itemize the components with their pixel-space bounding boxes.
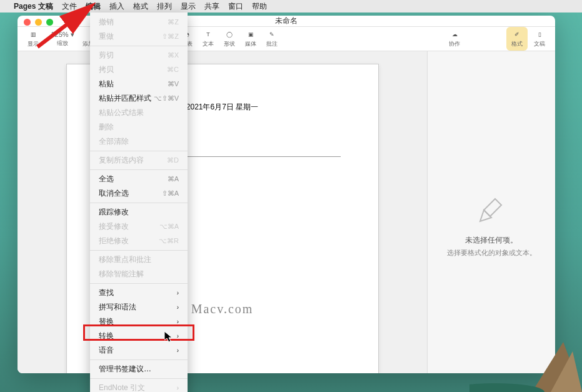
menu-item-label: 粘贴: [99, 79, 114, 89]
media-icon: ▣: [245, 29, 256, 39]
window-maximize-button[interactable]: [46, 19, 53, 26]
toolbar-collaborate[interactable]: ☁ 协作: [445, 27, 464, 51]
menu-item-label: 拷贝: [99, 64, 114, 75]
window-close-button[interactable]: [24, 19, 31, 26]
system-menubar: Pages 文稿 文件 编辑 插入 格式 排列 显示 共享 窗口 帮助: [0, 0, 582, 13]
inspector-text-1: 未选择任何项。: [465, 235, 518, 246]
traffic-lights: [24, 19, 53, 26]
menu-item-label: 跟踪修改: [99, 207, 129, 218]
collaborate-icon: ☁: [449, 29, 460, 39]
menu-item-label: 取消全选: [99, 188, 129, 199]
menu-item-label: 粘贴并匹配样式: [99, 93, 151, 104]
menubar-window[interactable]: 窗口: [228, 1, 243, 12]
brush-icon: [476, 195, 506, 225]
menubar-help[interactable]: 帮助: [252, 1, 267, 12]
menu-item-11: 复制所选内容⌘D: [90, 153, 188, 168]
menu-item-25[interactable]: 替换›: [90, 314, 188, 329]
menubar-view[interactable]: 显示: [181, 1, 196, 12]
menu-item-label: 粘贴公式结果: [99, 108, 144, 118]
toolbar-shape-label: 形状: [224, 40, 235, 48]
menu-separator: [90, 359, 188, 360]
document-icon: ▯: [534, 29, 545, 39]
menu-shortcut: ⌘D: [167, 156, 179, 164]
menubar-share[interactable]: 共享: [204, 1, 219, 12]
toolbar-zoom-value: 125% ▾: [51, 31, 74, 39]
toolbar-media[interactable]: ▣ 媒体: [241, 27, 260, 51]
menubar-insert[interactable]: 插入: [109, 1, 124, 12]
submenu-arrow-icon: ›: [177, 333, 179, 339]
menu-item-label: 管理书签建议…: [99, 364, 151, 374]
menu-item-27[interactable]: 语音›: [90, 343, 188, 358]
menu-item-16[interactable]: 跟踪修改: [90, 205, 188, 219]
menu-item-label: 重做: [99, 31, 114, 42]
menu-separator: [90, 250, 188, 251]
toolbar-view-label: 显示: [28, 40, 39, 48]
menubar-edit[interactable]: 编辑: [86, 1, 101, 12]
menu-separator: [90, 203, 188, 203]
menu-item-label: 接受修改: [99, 221, 129, 232]
toolbar-media-label: 媒体: [245, 40, 256, 48]
menu-separator: [90, 378, 188, 379]
menu-shortcut: ⇧⌘Z: [162, 33, 179, 41]
toolbar-shape[interactable]: ◯ 形状: [220, 27, 239, 51]
menu-item-24[interactable]: 拼写和语法›: [90, 300, 188, 314]
menubar-app-name[interactable]: Pages 文稿: [14, 1, 53, 12]
menu-item-21: 移除智能注解: [90, 267, 188, 281]
toolbar-text[interactable]: T 文本: [199, 27, 218, 51]
menu-item-label: 查找: [99, 288, 114, 298]
menu-shortcut: ⌥⇧⌘V: [154, 94, 179, 103]
menu-item-31: EndNote 引文›: [90, 381, 188, 392]
menu-item-5[interactable]: 粘贴⌘V: [90, 77, 188, 91]
menu-item-17: 接受修改⌥⌘A: [90, 219, 188, 234]
svg-point-4: [469, 383, 544, 392]
menu-item-label: 转换: [99, 331, 114, 341]
menu-item-label: 删除: [99, 122, 114, 133]
toolbar-document-label: 文稿: [534, 40, 545, 48]
toolbar-comment-label: 批注: [266, 40, 278, 48]
inspector-text-2: 选择要格式化的对象或文本。: [447, 248, 536, 258]
menu-item-label: 拼写和语法: [99, 302, 136, 313]
text-icon: T: [203, 29, 214, 39]
window-title: 未命名: [275, 16, 298, 26]
shape-icon: ◯: [224, 29, 235, 39]
sidebar-icon: ▥: [28, 29, 39, 39]
menu-item-label: EndNote 引文: [99, 383, 145, 392]
menu-item-label: 全选: [99, 174, 114, 184]
menu-item-29[interactable]: 管理书签建议…: [90, 362, 188, 376]
menu-separator: [90, 46, 188, 46]
format-brush-icon: ✐: [511, 29, 523, 39]
menu-item-label: 复制所选内容: [99, 155, 144, 166]
menu-item-13[interactable]: 全选⌘A: [90, 172, 188, 186]
menu-shortcut: ⌥⌘R: [159, 237, 179, 245]
submenu-arrow-icon: ›: [177, 304, 179, 311]
menu-separator: [90, 283, 188, 284]
submenu-arrow-icon: ›: [177, 384, 179, 391]
toolbar-zoom-label: 缩放: [57, 39, 68, 48]
menu-item-23[interactable]: 查找›: [90, 286, 188, 300]
menu-item-14[interactable]: 取消全选⇧⌘A: [90, 186, 188, 201]
document-canvas[interactable]: 2021年6月7日 星期一 标 主 - 色和样式。 色和样式。 Macv.com: [18, 51, 427, 373]
menubar-arrange[interactable]: 排列: [157, 1, 172, 12]
toolbar-view[interactable]: ▥ 显示: [24, 27, 43, 51]
menu-item-3: 剪切⌘X: [90, 48, 188, 63]
menu-item-label: 剪切: [99, 50, 114, 61]
menubar-file[interactable]: 文件: [62, 1, 77, 12]
menu-item-4: 拷贝⌘C: [90, 63, 188, 77]
menu-shortcut: ⌥⌘A: [159, 223, 179, 231]
toolbar-comment[interactable]: ✎ 批注: [263, 27, 281, 51]
menu-item-0: 撤销⌘Z: [90, 15, 188, 29]
toolbar-text-label: 文本: [203, 40, 214, 48]
toolbar-zoom[interactable]: 125% ▾ 缩放: [45, 27, 80, 51]
toolbar-document[interactable]: ▯ 文稿: [530, 27, 549, 51]
menu-item-26[interactable]: 转换›: [90, 329, 188, 343]
menubar-format[interactable]: 格式: [133, 1, 148, 12]
menu-item-label: 移除智能注解: [99, 269, 144, 279]
menu-item-label: 全部清除: [99, 136, 129, 147]
window-minimize-button[interactable]: [35, 19, 42, 26]
menu-item-18: 拒绝修改⌥⌘R: [90, 234, 188, 248]
comment-icon: ✎: [266, 29, 278, 39]
menu-item-6[interactable]: 粘贴并匹配样式⌥⇧⌘V: [90, 91, 188, 106]
menu-item-label: 拒绝修改: [99, 236, 129, 246]
menu-shortcut: ⌘V: [168, 80, 179, 88]
toolbar-format[interactable]: ✐ 格式: [506, 27, 528, 51]
